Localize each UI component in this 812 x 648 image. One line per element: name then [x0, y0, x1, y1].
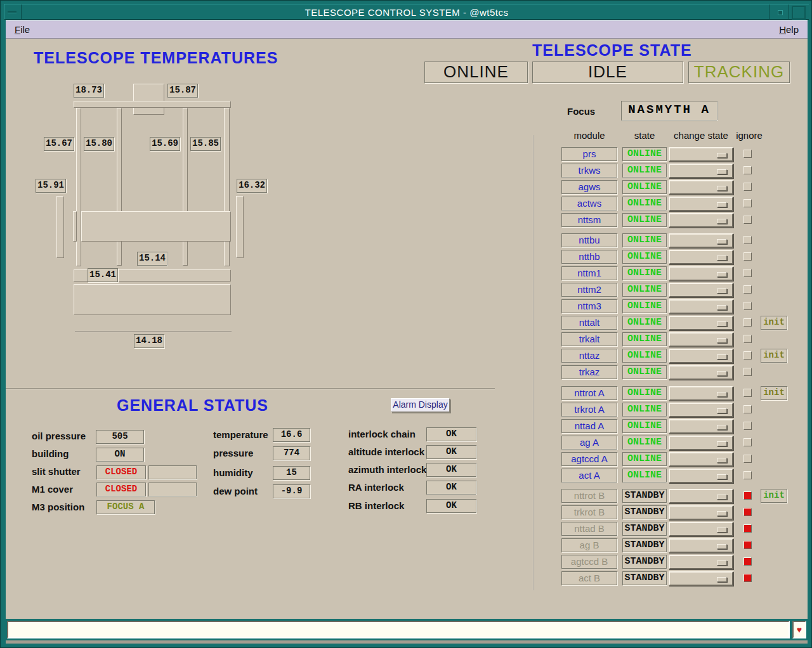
- ignore-checkbox-nttad B[interactable]: [743, 524, 752, 533]
- module-button-agws[interactable]: agws: [561, 180, 617, 194]
- module-button-trkws[interactable]: trkws: [561, 164, 617, 178]
- change-state-menu-agtccd B[interactable]: [669, 555, 733, 569]
- change-state-menu-nttaz[interactable]: [669, 349, 733, 363]
- init-button-nttrot A[interactable]: init: [761, 386, 787, 400]
- ignore-checkbox-nttm2[interactable]: [743, 285, 752, 294]
- ignore-checkbox-nttm1[interactable]: [743, 269, 752, 277]
- ignore-checkbox-nttaz[interactable]: [743, 351, 752, 360]
- change-state-menu-prs[interactable]: [669, 147, 733, 162]
- ignore-checkbox-ntthb[interactable]: [743, 252, 752, 261]
- module-button-act B[interactable]: act B: [561, 571, 617, 585]
- change-state-menu-ag A[interactable]: [669, 436, 733, 450]
- focus-value-box: NASMYTH A: [621, 101, 717, 120]
- module-button-nttad B[interactable]: nttad B: [561, 522, 617, 536]
- ignore-checkbox-nttad A[interactable]: [743, 422, 752, 430]
- ignore-checkbox-agws[interactable]: [743, 183, 752, 191]
- module-button-nttm3[interactable]: nttm3: [561, 299, 617, 313]
- init-button-nttalt[interactable]: init: [761, 316, 787, 330]
- change-state-menu-nttm1[interactable]: [669, 266, 733, 281]
- temp-value-box: 15.67: [44, 137, 74, 151]
- ignore-checkbox-trkrot B[interactable]: [743, 508, 752, 516]
- module-button-nttalt[interactable]: nttalt: [561, 316, 617, 330]
- module-button-trkrot A[interactable]: trkrot A: [561, 403, 617, 417]
- module-button-nttrot B[interactable]: nttrot B: [561, 489, 617, 503]
- module-button-actws[interactable]: actws: [561, 197, 617, 211]
- change-state-menu-nttrot B[interactable]: [669, 489, 733, 503]
- change-state-menu-nttad A[interactable]: [669, 419, 733, 434]
- change-state-menu-trkws[interactable]: [669, 164, 733, 178]
- change-state-menu-actws[interactable]: [669, 197, 733, 211]
- module-button-nttad A[interactable]: nttad A: [561, 419, 617, 433]
- module-button-nttm2[interactable]: nttm2: [561, 283, 617, 297]
- change-state-menu-agtccd A[interactable]: [669, 452, 733, 467]
- module-button-act A[interactable]: act A: [561, 469, 617, 483]
- change-state-menu-trkalt[interactable]: [669, 332, 733, 347]
- bottom-bevel: [6, 640, 808, 644]
- module-button-nttbu[interactable]: nttbu: [561, 233, 617, 247]
- general-label: slit shutter: [32, 466, 81, 477]
- module-button-nttsm[interactable]: nttsm: [561, 213, 617, 227]
- schematic-left-strip: [73, 211, 77, 242]
- module-button-ag B[interactable]: ag B: [561, 538, 617, 552]
- change-state-menu-agws[interactable]: [669, 180, 733, 195]
- ignore-checkbox-agtccd A[interactable]: [743, 455, 752, 463]
- module-state-trkrot A: ONLINE: [622, 403, 667, 417]
- ignore-checkbox-nttm3[interactable]: [743, 302, 752, 310]
- ignore-checkbox-trkrot A[interactable]: [743, 405, 752, 413]
- module-button-trkalt[interactable]: trkalt: [561, 332, 617, 346]
- ignore-checkbox-trkalt[interactable]: [743, 335, 752, 343]
- change-state-menu-nttm2[interactable]: [669, 283, 733, 297]
- change-state-menu-nttalt[interactable]: [669, 316, 733, 330]
- ignore-checkbox-nttrot B[interactable]: [743, 491, 752, 500]
- change-state-menu-nttsm[interactable]: [669, 213, 733, 228]
- module-button-nttm1[interactable]: nttm1: [561, 266, 617, 280]
- ignore-checkbox-act B[interactable]: [743, 574, 752, 582]
- general-value-box: OK: [426, 463, 476, 477]
- ignore-checkbox-act A[interactable]: [743, 471, 752, 479]
- ignore-checkbox-nttsm[interactable]: [743, 216, 752, 224]
- module-button-agtccd B[interactable]: agtccd B: [561, 555, 617, 569]
- ignore-checkbox-nttrot A[interactable]: [743, 389, 752, 397]
- change-state-menu-nttrot A[interactable]: [669, 386, 733, 401]
- module-button-trkrot B[interactable]: trkrot B: [561, 505, 617, 519]
- vertical-divider-line: [533, 135, 534, 590]
- change-state-menu-nttbu[interactable]: [669, 233, 733, 248]
- init-button-nttaz[interactable]: init: [761, 349, 787, 363]
- general-label: azimuth interlock: [348, 464, 426, 475]
- change-state-menu-ag B[interactable]: [669, 538, 733, 553]
- ignore-checkbox-nttbu[interactable]: [743, 236, 752, 244]
- status-message-field[interactable]: [7, 621, 790, 638]
- ignore-checkbox-agtccd B[interactable]: [743, 557, 752, 566]
- change-state-menu-act B[interactable]: [669, 571, 733, 586]
- module-button-ag A[interactable]: ag A: [561, 436, 617, 450]
- ignore-checkbox-nttalt[interactable]: [743, 318, 752, 327]
- ignore-checkbox-trkaz[interactable]: [743, 368, 752, 376]
- init-button-nttrot B[interactable]: init: [761, 489, 787, 503]
- alarm-display-button[interactable]: Alarm Display: [391, 398, 450, 412]
- module-button-agtccd A[interactable]: agtccd A: [561, 452, 617, 466]
- ignore-checkbox-ag B[interactable]: [743, 541, 752, 549]
- change-state-menu-act A[interactable]: [669, 469, 733, 483]
- column-header-change-state: change state: [669, 130, 733, 141]
- schematic-truss-leg: [224, 108, 230, 266]
- option-menu-dash-icon: [717, 544, 727, 549]
- schematic-centerpiece-box: [81, 211, 231, 242]
- ignore-checkbox-actws[interactable]: [743, 199, 752, 207]
- change-state-menu-trkrot B[interactable]: [669, 505, 733, 520]
- change-state-menu-nttad B[interactable]: [669, 522, 733, 536]
- change-state-menu-trkrot A[interactable]: [669, 403, 733, 417]
- module-state-act A: ONLINE: [622, 469, 667, 483]
- ignore-checkbox-ag A[interactable]: [743, 438, 752, 446]
- ignore-checkbox-trkws[interactable]: [743, 166, 752, 174]
- change-state-menu-ntthb[interactable]: [669, 250, 733, 264]
- module-button-prs[interactable]: prs: [561, 147, 617, 161]
- module-button-ntthb[interactable]: ntthb: [561, 250, 617, 264]
- change-state-menu-nttm3[interactable]: [669, 299, 733, 314]
- option-menu-dash-icon: [717, 408, 727, 413]
- change-state-menu-trkaz[interactable]: [669, 365, 733, 380]
- module-button-nttrot A[interactable]: nttrot A: [561, 386, 617, 400]
- ignore-checkbox-prs[interactable]: [743, 150, 752, 158]
- module-button-trkaz[interactable]: trkaz: [561, 365, 617, 379]
- module-button-nttaz[interactable]: nttaz: [561, 349, 617, 363]
- module-state-trkws: ONLINE: [622, 164, 667, 178]
